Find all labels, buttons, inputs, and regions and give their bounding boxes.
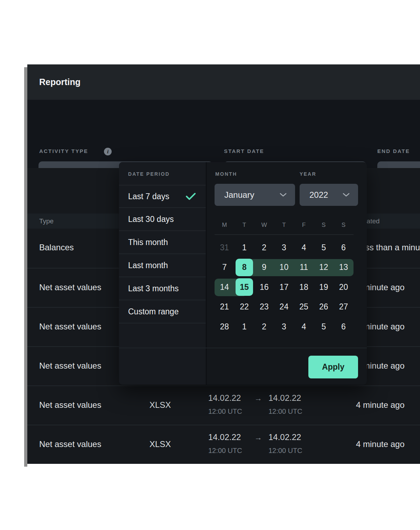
month-select[interactable]: January <box>215 184 295 206</box>
row-type: Net asset values <box>39 439 101 449</box>
day-number: 11 <box>300 263 308 272</box>
weekday-header-row: MTWTFSS <box>215 220 354 230</box>
row-created: 4 minute ago <box>356 439 405 449</box>
weekday-label: F <box>294 220 314 230</box>
weekday-label: T <box>274 220 294 230</box>
period-option[interactable]: This month <box>119 231 206 254</box>
row-format: XLSX <box>149 439 171 449</box>
month-value: January <box>224 190 254 200</box>
day-cell[interactable]: 6 <box>334 317 354 337</box>
day-number: 24 <box>280 302 289 312</box>
day-cell[interactable]: 10 <box>274 258 294 278</box>
day-cell[interactable]: 18 <box>294 277 314 297</box>
period-option[interactable]: Last 30 days <box>119 208 206 231</box>
row-type: Net asset values <box>39 400 101 410</box>
day-number: 13 <box>339 263 348 272</box>
day-cell[interactable]: 6 <box>334 238 354 258</box>
day-cell[interactable]: 17 <box>274 277 294 297</box>
day-number: 21 <box>220 302 229 312</box>
day-cell[interactable]: 21 <box>215 297 234 317</box>
day-cell[interactable]: 25 <box>294 297 314 317</box>
chevron-down-icon <box>343 193 350 197</box>
weekday-label: M <box>215 220 234 230</box>
day-number: 17 <box>280 283 289 292</box>
weekday-label: W <box>254 220 274 230</box>
chevron-down-icon <box>280 193 287 197</box>
day-number: 8 <box>236 259 253 276</box>
day-number: 28 <box>220 322 229 332</box>
check-icon <box>186 193 196 200</box>
day-number: 12 <box>319 263 328 272</box>
day-cell[interactable]: 22 <box>234 297 254 317</box>
year-value: 2022 <box>309 190 328 200</box>
activity-type-label: ACTIVITY TYPE <box>39 148 88 154</box>
day-number: 22 <box>240 302 249 312</box>
day-number: 6 <box>341 243 346 252</box>
column-header-type: Type <box>39 214 54 229</box>
day-cell[interactable]: 3 <box>274 317 294 337</box>
row-end-time: 12:00 UTC <box>268 407 302 416</box>
period-option-label: Last 7 days <box>128 192 169 201</box>
day-cell[interactable]: 3 <box>274 238 294 258</box>
period-option[interactable]: Custom range <box>119 300 206 323</box>
day-cell[interactable]: 16 <box>254 277 274 297</box>
period-option[interactable]: Last 3 months <box>119 277 206 300</box>
row-start-date: 14.02.22 <box>208 432 241 442</box>
period-option-label: This month <box>128 238 168 247</box>
day-cell[interactable]: 7 <box>215 258 234 278</box>
day-cell[interactable]: 27 <box>334 297 354 317</box>
day-number: 3 <box>282 243 286 252</box>
period-option-label: Last 30 days <box>128 215 174 224</box>
row-format: XLSX <box>149 400 171 410</box>
day-number: 19 <box>319 283 328 292</box>
day-cell[interactable]: 2 <box>254 238 274 258</box>
row-end-time: 12:00 UTC <box>268 447 302 455</box>
day-cell[interactable]: 31 <box>215 238 234 258</box>
info-icon[interactable]: i <box>104 148 112 155</box>
year-label: YEAR <box>300 171 316 177</box>
day-number: 5 <box>321 243 326 252</box>
day-cell[interactable]: 28 <box>215 317 234 337</box>
period-option[interactable]: Last month <box>119 254 206 277</box>
day-cell[interactable]: 11 <box>294 258 314 278</box>
day-cell[interactable]: 26 <box>314 297 334 317</box>
date-picker-popup: DATE PERIOD Last 7 daysLast 30 daysThis … <box>119 162 367 385</box>
period-option-label: Custom range <box>128 307 178 316</box>
day-number: 16 <box>260 283 269 292</box>
start-date-label: START DATE <box>224 148 264 154</box>
day-cell[interactable]: 5 <box>314 238 334 258</box>
window-header: Reporting <box>27 64 420 100</box>
day-cell[interactable]: 20 <box>334 277 354 297</box>
divider <box>215 234 354 235</box>
day-cell[interactable]: 1 <box>234 317 254 337</box>
day-number: 25 <box>299 302 308 312</box>
day-cell[interactable]: 13 <box>334 258 354 278</box>
day-number: 23 <box>260 302 269 312</box>
day-cell[interactable]: 9 <box>254 258 274 278</box>
day-cell[interactable]: 19 <box>314 277 334 297</box>
day-cell[interactable]: 23 <box>254 297 274 317</box>
day-cell[interactable]: 5 <box>314 317 334 337</box>
day-cell[interactable]: 24 <box>274 297 294 317</box>
apply-button[interactable]: Apply <box>308 356 358 378</box>
day-number: 20 <box>339 283 348 292</box>
row-type: Balances <box>39 243 74 252</box>
day-cell[interactable]: 2 <box>254 317 274 337</box>
year-select[interactable]: 2022 <box>300 184 358 206</box>
reporting-window: Reporting ACTIVITY TYPE i Select START D… <box>27 64 420 464</box>
day-cell[interactable]: 15 <box>234 277 254 297</box>
day-cell[interactable]: 4 <box>294 317 314 337</box>
period-option[interactable]: Last 7 days <box>119 185 206 208</box>
day-cell[interactable]: 1 <box>234 238 254 258</box>
day-number: 31 <box>220 243 229 252</box>
table-row: Net asset valuesXLSX14.02.22→14.02.2212:… <box>27 385 420 425</box>
day-number: 4 <box>302 322 306 332</box>
day-cell[interactable]: 4 <box>294 238 314 258</box>
day-cell[interactable]: 14 <box>215 277 234 297</box>
day-cell[interactable]: 8 <box>234 258 254 278</box>
panel-shadow <box>24 67 27 467</box>
day-cell[interactable]: 12 <box>314 258 334 278</box>
period-option-label: Last 3 months <box>128 284 178 293</box>
row-start-time: 12:00 UTC <box>208 447 242 455</box>
date-period-options: Last 7 daysLast 30 daysThis monthLast mo… <box>119 185 206 323</box>
